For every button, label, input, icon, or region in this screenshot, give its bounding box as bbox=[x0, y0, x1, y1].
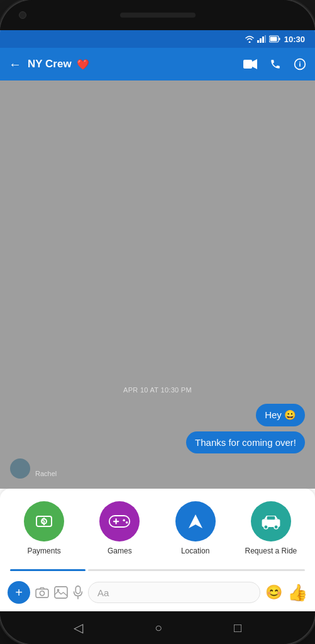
message-bubble-2: Thanks for coming over! bbox=[186, 431, 305, 453]
request-ride-icon-circle bbox=[251, 501, 291, 541]
image-button[interactable] bbox=[54, 586, 68, 599]
games-label: Games bbox=[108, 547, 132, 557]
messages-container: Hey 😀 Thanks for coming over! Rachel bbox=[10, 404, 305, 479]
android-back-button[interactable]: ◁ bbox=[74, 620, 83, 635]
payments-label: Payments bbox=[27, 547, 60, 557]
scroll-inactive-dot bbox=[88, 569, 305, 571]
svg-rect-27 bbox=[36, 589, 48, 598]
microphone-button[interactable] bbox=[73, 586, 83, 599]
message-bubble-1: Hey 😀 bbox=[256, 404, 305, 426]
svg-rect-1 bbox=[260, 38, 262, 43]
svg-rect-31 bbox=[75, 586, 80, 594]
status-icons bbox=[245, 35, 280, 43]
video-call-icon[interactable] bbox=[243, 59, 257, 69]
like-button[interactable]: 👍 bbox=[287, 583, 307, 602]
phone-screen: 10:30 ← NY Crew ❤️ bbox=[0, 30, 315, 611]
games-icon-circle bbox=[99, 501, 140, 541]
svg-point-24 bbox=[264, 525, 268, 529]
location-label: Location bbox=[181, 547, 209, 557]
svg-rect-5 bbox=[279, 38, 280, 40]
status-bar: 10:30 bbox=[0, 30, 315, 48]
android-home-button[interactable]: ○ bbox=[155, 621, 162, 635]
apps-grid: $ Payments bbox=[0, 489, 315, 567]
bottom-panel: $ Payments bbox=[0, 489, 315, 611]
svg-point-20 bbox=[123, 519, 126, 522]
heart-icon: ❤️ bbox=[77, 58, 89, 70]
message-row: Hey 😀 bbox=[10, 404, 305, 426]
svg-rect-2 bbox=[262, 36, 264, 43]
rachel-name-label: Rachel bbox=[35, 470, 57, 477]
svg-point-28 bbox=[40, 591, 44, 596]
back-button[interactable]: ← bbox=[9, 57, 21, 72]
rachel-avatar bbox=[10, 458, 30, 479]
android-nav-bar: ◁ ○ □ bbox=[0, 611, 315, 644]
battery-icon bbox=[269, 35, 280, 43]
location-icon bbox=[186, 512, 205, 531]
signal-icon bbox=[257, 35, 266, 43]
svg-rect-6 bbox=[270, 37, 277, 42]
car-icon bbox=[260, 513, 282, 530]
input-bar: + bbox=[0, 576, 315, 611]
svg-rect-3 bbox=[265, 35, 266, 43]
phone-call-icon[interactable] bbox=[270, 58, 281, 70]
location-icon-circle bbox=[175, 501, 216, 541]
svg-rect-17 bbox=[109, 516, 130, 527]
svg-point-21 bbox=[126, 521, 128, 524]
chat-name: NY Crew bbox=[28, 58, 72, 70]
svg-rect-7 bbox=[243, 60, 252, 69]
svg-marker-22 bbox=[189, 514, 202, 528]
camera-button[interactable] bbox=[35, 587, 49, 598]
payments-icon: $ bbox=[34, 511, 54, 531]
chat-title-area: NY Crew ❤️ bbox=[28, 58, 237, 70]
svg-marker-8 bbox=[252, 59, 257, 69]
status-time: 10:30 bbox=[284, 35, 305, 44]
phone-top-bezel bbox=[0, 0, 315, 30]
android-recent-button[interactable]: □ bbox=[234, 621, 241, 635]
message-placeholder: Aa bbox=[97, 587, 109, 598]
header-actions bbox=[243, 58, 306, 70]
scroll-indicator bbox=[0, 567, 315, 576]
chat-area: APR 10 AT 10:30 PM Hey 😀 Thanks for comi… bbox=[0, 80, 315, 489]
emoji-button[interactable]: 😊 bbox=[265, 584, 282, 601]
scroll-active-dot bbox=[10, 569, 86, 571]
app-item-payments[interactable]: $ Payments bbox=[16, 501, 72, 557]
message-row: Thanks for coming over! bbox=[10, 431, 305, 453]
info-icon[interactable] bbox=[294, 58, 306, 70]
payments-icon-circle: $ bbox=[24, 501, 64, 541]
request-ride-label: Request a Ride bbox=[245, 547, 297, 557]
date-divider: APR 10 AT 10:30 PM bbox=[10, 386, 305, 394]
add-button[interactable]: + bbox=[8, 581, 30, 604]
svg-rect-26 bbox=[267, 516, 275, 519]
app-item-request-ride[interactable]: Request a Ride bbox=[243, 501, 299, 557]
app-item-location[interactable]: Location bbox=[167, 501, 224, 557]
rachel-message-row: Rachel bbox=[10, 458, 305, 479]
phone-device: 10:30 ← NY Crew ❤️ bbox=[0, 0, 315, 644]
app-item-games[interactable]: Games bbox=[91, 501, 148, 557]
svg-rect-0 bbox=[257, 40, 259, 43]
svg-point-25 bbox=[274, 525, 278, 529]
message-input[interactable]: Aa bbox=[88, 582, 260, 603]
front-camera bbox=[19, 11, 26, 19]
app-header: ← NY Crew ❤️ bbox=[0, 48, 315, 80]
earpiece-speaker bbox=[120, 13, 196, 18]
svg-text:$: $ bbox=[41, 518, 45, 525]
wifi-icon bbox=[245, 35, 254, 43]
games-icon bbox=[108, 513, 131, 530]
